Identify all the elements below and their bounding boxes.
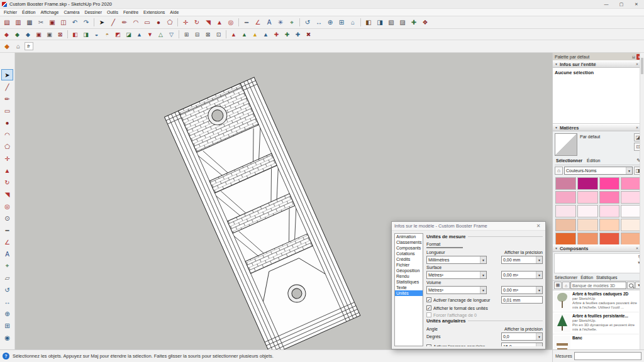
color-swatch[interactable] bbox=[599, 205, 620, 217]
toolbar-icon[interactable] bbox=[238, 18, 239, 26]
toolbar-icon[interactable]: ⊞ bbox=[182, 30, 192, 40]
toolbar-icon[interactable]: ◪ bbox=[124, 30, 134, 40]
tool-icon[interactable]: ➤ bbox=[1, 69, 13, 80]
color-swatch[interactable] bbox=[555, 191, 576, 204]
section-close-icon[interactable]: ✕ bbox=[636, 126, 639, 129]
color-swatch[interactable] bbox=[577, 191, 598, 204]
angle-snapping-checkbox[interactable] bbox=[426, 344, 431, 347]
color-swatch[interactable] bbox=[599, 233, 620, 244]
toolbar-icon[interactable]: ▲ bbox=[214, 18, 225, 28]
toolbar-icon[interactable]: ⬠ bbox=[165, 18, 175, 28]
toolbar-icon[interactable]: ✂ bbox=[36, 18, 47, 28]
tool-icon[interactable]: ↔ bbox=[1, 296, 13, 307]
collections-icon[interactable]: ▦ bbox=[554, 282, 562, 289]
toolbar-icon[interactable]: ◧ bbox=[70, 30, 80, 40]
volume-precision-select[interactable]: 0.00 m³▼ bbox=[501, 286, 543, 294]
toolbar-icon[interactable]: ▲ bbox=[240, 30, 250, 40]
force-zero-checkbox[interactable] bbox=[426, 312, 431, 317]
materials-header[interactable]: ▼ Matières ✕▴ bbox=[553, 124, 644, 131]
menu-item[interactable]: Outils bbox=[104, 10, 121, 14]
toolbar-icon[interactable]: ▣ bbox=[47, 18, 58, 28]
toolbar-icon[interactable]: ⊞ bbox=[336, 18, 347, 28]
tool-icon[interactable]: ◠ bbox=[1, 129, 13, 140]
tool-icon[interactable]: ● bbox=[1, 117, 13, 128]
scrollbar[interactable] bbox=[640, 252, 644, 349]
toolbar-icon[interactable]: ↷ bbox=[81, 18, 92, 28]
toolbar-icon[interactable] bbox=[94, 18, 94, 26]
color-swatch[interactable] bbox=[555, 219, 576, 231]
toolbar-icon[interactable]: ∠ bbox=[253, 18, 264, 28]
dialog-category-item[interactable]: Composants bbox=[395, 245, 423, 251]
dialog-category-item[interactable]: Rendu bbox=[395, 273, 423, 279]
dialog-category-item[interactable]: Géoposition bbox=[395, 268, 423, 273]
color-swatch[interactable] bbox=[621, 191, 641, 204]
color-swatch[interactable] bbox=[577, 177, 598, 190]
toolbar-icon[interactable]: ◩ bbox=[113, 30, 123, 40]
toolbar-icon[interactable]: ● bbox=[153, 18, 164, 28]
menu-item[interactable]: Caméra bbox=[61, 10, 82, 14]
length-snapping-checkbox[interactable] bbox=[426, 297, 431, 302]
toolbar-icon[interactable] bbox=[177, 18, 178, 26]
toolbar-icon[interactable]: ⊠ bbox=[203, 30, 213, 40]
tab-materials-edit[interactable]: Édition bbox=[587, 158, 600, 163]
tool-icon[interactable]: ◥ bbox=[1, 189, 13, 200]
volume-unit-select[interactable]: Mètres³▼ bbox=[426, 286, 487, 294]
toolbar-icon[interactable] bbox=[67, 30, 68, 38]
menu-item[interactable]: Fichier bbox=[1, 10, 19, 14]
toolbar-icon[interactable]: ⊡ bbox=[214, 30, 224, 40]
menu-item[interactable]: Fenêtre bbox=[121, 10, 141, 14]
toolbar-icon[interactable]: ▣ bbox=[34, 30, 44, 40]
tool-icon[interactable]: ◎ bbox=[1, 200, 13, 212]
toolbar-icon[interactable]: ⊕ bbox=[325, 18, 336, 28]
tool-icon[interactable]: ↻ bbox=[1, 177, 13, 188]
toolbar-icon[interactable]: ▣ bbox=[45, 30, 55, 40]
components-header[interactable]: ▼ Composants ✕▴ bbox=[553, 244, 644, 252]
home-icon[interactable]: ⌂ bbox=[555, 167, 563, 175]
color-swatch[interactable] bbox=[555, 177, 576, 190]
entity-info-header[interactable]: ▼ Infos sur l'entité ✕▴ bbox=[553, 60, 644, 68]
menu-item[interactable]: Aide bbox=[167, 10, 181, 14]
toolbar-icon[interactable]: ◫ bbox=[58, 18, 69, 28]
toolbar-icon[interactable]: ↻ bbox=[192, 18, 203, 28]
search-icon[interactable] bbox=[627, 282, 635, 289]
toolbar-icon[interactable]: ◆ bbox=[2, 41, 13, 52]
minimize-button[interactable]: — bbox=[599, 0, 614, 8]
toolbar-icon[interactable]: ◠ bbox=[131, 18, 142, 28]
tool-icon[interactable]: ▲ bbox=[1, 165, 13, 176]
toolbar-icon[interactable]: ✏ bbox=[119, 18, 130, 28]
tool-icon[interactable]: ▭ bbox=[1, 105, 13, 116]
color-swatch[interactable] bbox=[621, 233, 641, 244]
toolbar-icon[interactable]: ⌂ bbox=[13, 41, 24, 52]
menu-item[interactable]: Affichage bbox=[38, 10, 61, 14]
color-swatch[interactable] bbox=[621, 205, 641, 217]
toolbar-icon[interactable]: ↔ bbox=[314, 18, 325, 28]
toolbar-icon[interactable]: ◆ bbox=[2, 30, 12, 40]
tool-icon[interactable]: ▱ bbox=[1, 272, 13, 283]
toolbar-icon[interactable]: ✚ bbox=[293, 30, 303, 40]
toolbar-icon[interactable]: ➤ bbox=[97, 18, 108, 28]
dialog-close-button[interactable]: ✕ bbox=[534, 223, 543, 229]
dialog-category-item[interactable]: Crédits bbox=[395, 256, 423, 262]
toolbar-icon[interactable]: ✚ bbox=[282, 30, 292, 40]
color-swatch[interactable] bbox=[555, 233, 576, 244]
length-snap-value-input[interactable]: 0,01 mm bbox=[501, 296, 543, 304]
toolbar-icon[interactable]: ╱ bbox=[108, 18, 119, 28]
tool-icon[interactable]: ∠ bbox=[1, 236, 13, 248]
format-select[interactable]: Décimal▼ bbox=[426, 247, 463, 248]
dialog-category-item[interactable]: Classements bbox=[395, 239, 423, 245]
dialog-category-item[interactable]: Animation bbox=[395, 234, 423, 239]
component-list-item[interactable]: Banc bbox=[553, 334, 639, 349]
dialog-category-item[interactable]: Statistiques bbox=[395, 279, 423, 285]
display-units-format-checkbox[interactable] bbox=[426, 305, 431, 310]
toolbar-icon[interactable]: ◒ bbox=[92, 30, 102, 40]
toolbar-icon[interactable]: ▲ bbox=[135, 30, 145, 40]
dialog-category-item[interactable]: Unités bbox=[395, 290, 423, 296]
tool-icon[interactable]: ⌖ bbox=[1, 260, 13, 272]
angle-precision-select[interactable]: 0,0▼ bbox=[501, 332, 543, 341]
section-close-icon[interactable]: ✕ bbox=[636, 246, 639, 250]
toolbar-icon[interactable]: ↶ bbox=[70, 18, 80, 28]
color-swatch[interactable] bbox=[621, 177, 641, 190]
toolbar-icon[interactable]: ◨ bbox=[81, 30, 91, 40]
tool-icon[interactable]: A bbox=[1, 248, 13, 260]
tool-icon[interactable]: ✏ bbox=[1, 93, 13, 104]
